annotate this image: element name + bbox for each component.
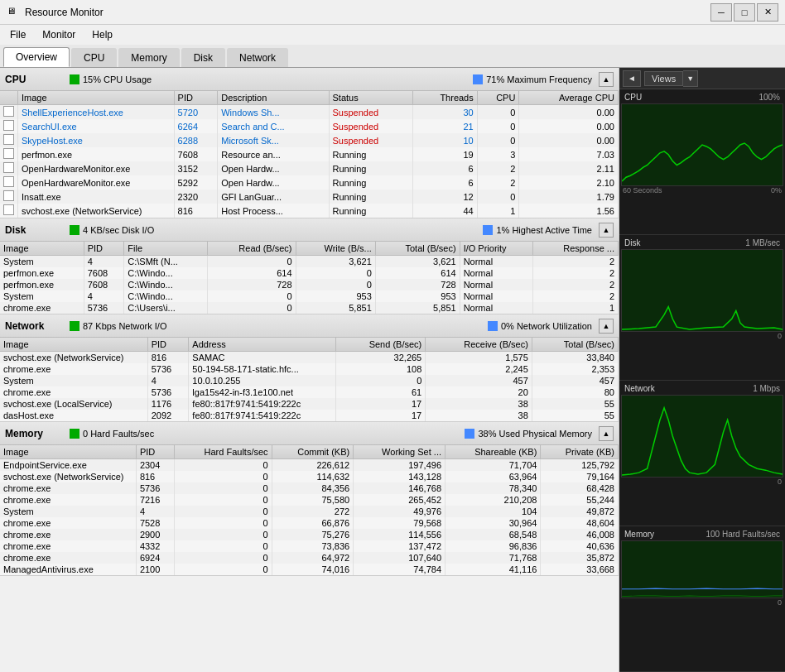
- memory-collapse-button[interactable]: ▲: [599, 426, 614, 441]
- table-row[interactable]: chrome.exe 2900 0 75,276 114,556 68,548 …: [0, 529, 619, 540]
- disk-section: Disk 4 KB/sec Disk I/O 1% Highest Active…: [0, 218, 619, 314]
- network-th-total[interactable]: Total (B/sec): [532, 338, 618, 352]
- table-row[interactable]: OpenHardwareMonitor.exe 3152 Open Hardw.…: [0, 161, 619, 175]
- row-checkbox[interactable]: [0, 190, 18, 204]
- disk-th-read[interactable]: Read (B/sec): [208, 242, 296, 256]
- cpu-th-desc[interactable]: Description: [218, 91, 329, 105]
- table-row[interactable]: dasHost.exe 2092 fe80::817f:9741:5419:22…: [0, 410, 619, 421]
- table-row[interactable]: svchost.exe (NetworkService) 816 0 114,6…: [0, 471, 619, 482]
- memory-th-shareable[interactable]: Shareable (KB): [445, 445, 541, 459]
- row-total: 33,840: [532, 352, 618, 364]
- maximize-button[interactable]: □: [734, 3, 755, 22]
- table-row[interactable]: System 4 0 272 49,976 104 49,872: [0, 506, 619, 517]
- table-row[interactable]: svchost.exe (NetworkService) 816 SAMAC 3…: [0, 352, 619, 364]
- table-row[interactable]: chrome.exe 7216 0 75,580 265,452 210,208…: [0, 494, 619, 506]
- row-checkbox[interactable]: [0, 204, 18, 218]
- menu-monitor[interactable]: Monitor: [36, 27, 82, 42]
- cpu-table-scroll[interactable]: Image PID Description Status Threads CPU…: [0, 91, 619, 218]
- table-row[interactable]: chrome.exe 7528 0 66,876 79,568 30,964 4…: [0, 517, 619, 529]
- cpu-th-threads[interactable]: Threads: [413, 91, 478, 105]
- minimize-button[interactable]: ─: [710, 3, 732, 22]
- memory-th-private[interactable]: Private (KB): [541, 445, 619, 459]
- network-section-header[interactable]: Network 87 Kbps Network I/O 0% Network U…: [0, 314, 619, 338]
- memory-th-image[interactable]: Image: [0, 445, 136, 459]
- disk-th-file[interactable]: File: [124, 242, 208, 256]
- memory-table-scroll[interactable]: Image PID Hard Faults/sec Commit (KB) Wo…: [0, 445, 619, 575]
- row-checkbox[interactable]: [0, 175, 18, 190]
- network-table-scroll[interactable]: Image PID Address Send (B/sec) Receive (…: [0, 338, 619, 421]
- row-write: 3,621: [296, 256, 375, 268]
- disk-th-response[interactable]: Response ...: [533, 242, 619, 256]
- cpu-section: CPU 15% CPU Usage 71% Maximum Frequency …: [0, 68, 619, 218]
- cpu-th-cpu[interactable]: CPU: [477, 91, 519, 105]
- memory-section-header[interactable]: Memory 0 Hard Faults/sec 38% Used Physic…: [0, 422, 619, 445]
- network-th-image[interactable]: Image: [0, 338, 147, 352]
- row-total: 953: [375, 290, 460, 302]
- disk-table-wrapper: Image PID File Read (B/sec) Write (B/s..…: [0, 242, 619, 314]
- table-row[interactable]: Insatt.exe 2320 GFI LanGuar... Running 1…: [0, 190, 619, 204]
- cpu-collapse-button[interactable]: ▲: [599, 72, 614, 87]
- cpu-th-check[interactable]: [0, 91, 18, 105]
- row-checkbox[interactable]: [0, 119, 18, 133]
- table-row[interactable]: chrome.exe 5736 C:\Users\i... 0 5,851 5,…: [0, 302, 619, 314]
- tab-memory[interactable]: Memory: [118, 48, 179, 67]
- cpu-th-image[interactable]: Image: [18, 91, 175, 105]
- table-row[interactable]: System 4 10.0.10.255 0 457 457: [0, 375, 619, 386]
- table-row[interactable]: SearchUI.exe 6264 Search and C... Suspen…: [0, 119, 619, 133]
- table-row[interactable]: chrome.exe 5736 50-194-58-171-static.hfc…: [0, 363, 619, 375]
- table-row[interactable]: OpenHardwareMonitor.exe 5292 Open Hardw.…: [0, 175, 619, 190]
- disk-th-image[interactable]: Image: [0, 242, 84, 256]
- table-row[interactable]: SkypeHost.exe 6288 Microsoft Sk... Suspe…: [0, 133, 619, 147]
- disk-th-pid[interactable]: PID: [84, 242, 124, 256]
- disk-table-scroll[interactable]: Image PID File Read (B/sec) Write (B/s..…: [0, 242, 619, 314]
- panel-nav-button[interactable]: ◄: [623, 70, 641, 87]
- network-th-send[interactable]: Send (B/sec): [336, 338, 426, 352]
- table-row[interactable]: svchost.exe (NetworkService) 816 Host Pr…: [0, 204, 619, 218]
- row-checkbox[interactable]: [0, 133, 18, 147]
- disk-th-write[interactable]: Write (B/s...: [296, 242, 375, 256]
- memory-th-workingset[interactable]: Working Set ...: [354, 445, 445, 459]
- table-row[interactable]: svchost.exe (LocalService) 1176 fe80::81…: [0, 398, 619, 410]
- table-row[interactable]: chrome.exe 4332 0 73,836 137,472 96,836 …: [0, 540, 619, 552]
- table-row[interactable]: perfmon.exe 7608 C:\Windo... 614 0 614 N…: [0, 267, 619, 279]
- close-button[interactable]: ✕: [757, 3, 778, 22]
- memory-th-pid[interactable]: PID: [136, 445, 174, 459]
- row-image: svchost.exe (NetworkService): [18, 204, 175, 218]
- cpu-th-pid[interactable]: PID: [174, 91, 218, 105]
- table-row[interactable]: chrome.exe 6924 0 64,972 107,640 71,768 …: [0, 552, 619, 564]
- row-checkbox[interactable]: [0, 105, 18, 120]
- table-row[interactable]: System 4 C:\SMft (N... 0 3,621 3,621 Nor…: [0, 256, 619, 268]
- disk-section-header[interactable]: Disk 4 KB/sec Disk I/O 1% Highest Active…: [0, 218, 619, 242]
- cpu-section-header[interactable]: CPU 15% CPU Usage 71% Maximum Frequency …: [0, 68, 619, 91]
- table-row[interactable]: EndpointService.exe 2304 0 226,612 197,4…: [0, 459, 619, 472]
- tab-overview[interactable]: Overview: [3, 47, 70, 67]
- disk-th-iopriority[interactable]: I/O Priority: [460, 242, 533, 256]
- table-row[interactable]: chrome.exe 5736 0 84,356 146,768 78,340 …: [0, 482, 619, 494]
- disk-th-total[interactable]: Total (B/sec): [375, 242, 460, 256]
- table-row[interactable]: chrome.exe 5736 lga15s42-in-f3.1e100.net…: [0, 386, 619, 398]
- table-row[interactable]: perfmon.exe 7608 C:\Windo... 728 0 728 N…: [0, 279, 619, 290]
- network-th-receive[interactable]: Receive (B/sec): [426, 338, 532, 352]
- table-row[interactable]: System 4 C:\Windo... 0 953 953 Normal 2: [0, 290, 619, 302]
- cpu-th-avgcpu[interactable]: Average CPU: [519, 91, 619, 105]
- network-th-pid[interactable]: PID: [147, 338, 189, 352]
- memory-th-commit[interactable]: Commit (KB): [272, 445, 354, 459]
- network-th-address[interactable]: Address: [189, 338, 336, 352]
- views-dropdown-arrow[interactable]: ▼: [683, 70, 698, 87]
- row-checkbox[interactable]: [0, 161, 18, 175]
- views-label[interactable]: Views: [644, 71, 683, 86]
- row-checkbox[interactable]: [0, 147, 18, 161]
- menu-file[interactable]: File: [3, 27, 32, 42]
- memory-th-hardfaults[interactable]: Hard Faults/sec: [174, 445, 272, 459]
- disk-collapse-button[interactable]: ▲: [599, 223, 614, 238]
- row-image: chrome.exe: [0, 552, 136, 564]
- tab-disk[interactable]: Disk: [181, 48, 225, 67]
- table-row[interactable]: ManagedAntivirus.exe 2100 0 74,016 74,78…: [0, 564, 619, 575]
- network-collapse-button[interactable]: ▲: [599, 319, 614, 334]
- table-row[interactable]: perfmon.exe 7608 Resource an... Running …: [0, 147, 619, 161]
- table-row[interactable]: ShellExperienceHost.exe 5720 Windows Sh.…: [0, 105, 619, 120]
- menu-help[interactable]: Help: [85, 27, 119, 42]
- tab-network[interactable]: Network: [227, 48, 288, 67]
- cpu-th-status[interactable]: Status: [329, 91, 413, 105]
- tab-cpu[interactable]: CPU: [71, 48, 117, 67]
